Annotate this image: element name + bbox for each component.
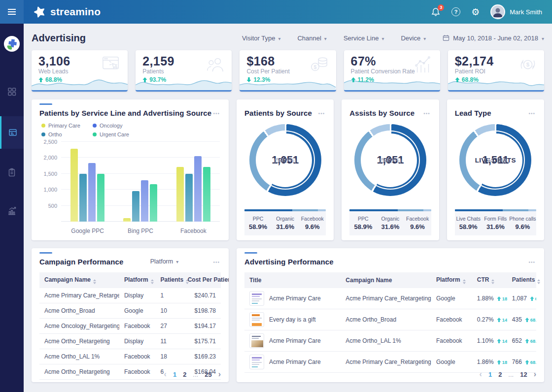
arrow-up-icon [497, 296, 501, 301]
filter-device[interactable]: Device [401, 34, 426, 42]
chevron-down-icon [423, 34, 426, 42]
table-row[interactable]: Every day is a gift Acme Ortho_Broad Fac… [244, 309, 536, 330]
platform-filter-label: Platform [150, 258, 173, 265]
bar-urgent-care [203, 167, 210, 222]
column-header-platform[interactable]: Platform [119, 272, 156, 288]
pagination-page-1[interactable]: 1 [173, 371, 176, 378]
donut-card-lead-type: Lead Type LIVE CHATS 1,511 (34.1%) Live … [447, 99, 544, 240]
pagination-page-25[interactable]: 25 [205, 371, 211, 378]
pagination-page-ellipsis[interactable]: ... [193, 371, 198, 378]
avatar [490, 4, 505, 19]
ad-thumbnail [249, 291, 264, 306]
column-header-campaign-name[interactable]: Campaign Name [39, 272, 119, 288]
table-row[interactable]: Acme Ortho_BroadGoogle10$198.78 [39, 303, 221, 319]
pagination-page-2[interactable]: 2 [183, 371, 186, 378]
filter-label: Visitor Type [242, 34, 275, 42]
kpi-value: 2,159 [142, 55, 225, 67]
table-cell: $169.23 [183, 349, 221, 364]
legend-item-primary-care[interactable]: Primary Care [41, 123, 93, 129]
column-header-platform[interactable]: Platform [431, 272, 472, 288]
platform-cell: Facebook [431, 309, 472, 330]
pagination-prev[interactable] [164, 370, 167, 379]
legend-dot [93, 132, 97, 136]
column-header-title: Title [244, 272, 341, 288]
arrow-up-icon [142, 77, 147, 82]
pagination-page-12[interactable]: 12 [520, 371, 527, 378]
table-cell: Facebook [119, 349, 156, 364]
table-row[interactable]: Acme Ortho_RetargetingDisplay11$175.71 [39, 334, 221, 349]
bar-primary-care [70, 149, 78, 222]
sidebar-item-analytics[interactable] [0, 199, 24, 223]
brand-name: streamino [50, 6, 101, 18]
sidebar-item-advertising[interactable] [0, 116, 24, 149]
legend-item-ortho[interactable]: Ortho [41, 131, 93, 137]
sort-icon [537, 279, 540, 284]
pagination-page-2[interactable]: 2 [498, 371, 502, 378]
report-screen-icon [8, 128, 18, 137]
ctr-cell: 1.88%18.8% [472, 288, 507, 309]
date-range-picker[interactable]: May 10, 2018 - June 02, 2018 [443, 34, 544, 42]
page-content: Advertising Visitor TypeChannelService L… [24, 24, 552, 392]
arrow-up-icon [455, 77, 460, 82]
pagination-page-ellipsis[interactable]: ... [508, 371, 514, 378]
grid-icon [7, 87, 17, 97]
campaign-name-cell: Acme Ortho_Broad [341, 309, 431, 330]
filter-visitor-type[interactable]: Visitor Type [242, 34, 280, 42]
legend-item-urgent-care[interactable]: Urgent Care [93, 131, 221, 137]
more-menu-icon[interactable] [212, 107, 221, 118]
column-header-patients[interactable]: Patients [507, 272, 536, 288]
table-row[interactable]: Acme Oncology_RetargetingFacebook27$194.… [39, 319, 221, 334]
table-row[interactable]: Acme Primary Care Acme Ortho_LAL 1% Face… [244, 330, 536, 352]
brand-logo[interactable]: streamino [34, 6, 101, 18]
sidebar-item-dashboard[interactable] [0, 80, 24, 103]
table-row[interactable]: Acme Ortho_LAL 1%Facebook18$169.23 [39, 349, 221, 364]
hamburger-menu-button[interactable] [0, 0, 24, 24]
filter-channel[interactable]: Channel [297, 34, 326, 42]
ad-thumbnail [249, 355, 264, 369]
arrow-up-icon [530, 296, 534, 301]
help-button[interactable] [451, 7, 460, 16]
patients-cell: 65268.8% [507, 330, 536, 352]
pagination-next[interactable] [534, 370, 536, 379]
platform-filter-dropdown[interactable]: Platform [150, 258, 179, 265]
more-menu-icon[interactable] [212, 256, 221, 267]
donut-chart: PPC 1,051 (58.9%) [354, 124, 426, 196]
bar-ortho [185, 174, 193, 222]
legend-item-oncology[interactable]: Oncology [93, 123, 221, 129]
user-menu[interactable]: Mark Smith [490, 4, 542, 19]
notifications-button[interactable]: 3 [431, 7, 441, 17]
ad-thumbnail [249, 333, 264, 348]
table-row[interactable]: Acme Primary Care Acme Primary Care_Reta… [244, 288, 536, 309]
column-header-ctr[interactable]: CTR [472, 272, 507, 288]
filter-service-line[interactable]: Service Line [344, 34, 384, 42]
more-menu-icon[interactable] [527, 256, 536, 267]
arrow-up-icon [497, 339, 501, 343]
ad-title: Acme Primary Care [269, 337, 321, 344]
card-title: Patients by Source [244, 109, 312, 117]
column-header-patients[interactable]: Patients [156, 272, 183, 288]
bar-ortho [79, 174, 87, 222]
column-header-cost-per-patient[interactable]: Cost Per Patient [183, 272, 221, 288]
sort-icon [151, 279, 154, 284]
sidebar-item-reports[interactable] [0, 161, 24, 184]
pagination-next[interactable] [218, 370, 221, 379]
pagination-page-1[interactable]: 1 [488, 371, 492, 378]
more-menu-icon[interactable] [527, 107, 536, 118]
gear-icon[interactable] [471, 6, 480, 18]
bar-urgent-care [97, 174, 104, 222]
table-cell: Display [119, 288, 156, 303]
legend-item-ppc: PPC58.9% [244, 216, 272, 230]
kpi-card-patients: 2,159 Patients 93.7% [136, 50, 232, 92]
pagination-prev[interactable] [480, 370, 482, 379]
bar-primary-care [123, 218, 131, 222]
more-menu-icon[interactable] [422, 107, 431, 118]
more-menu-icon[interactable] [317, 107, 326, 118]
legend-item-form-fills: Form Fills31.6% [482, 216, 509, 230]
table-row[interactable]: Acme Primary Care_RetargetingDisplay1$24… [39, 288, 221, 303]
donut-center: PPC 1,051 (58.9%) [363, 133, 417, 187]
kpi-card-patient-conversion-rate: 67% Patient Conversion Rate 11.2% [344, 50, 440, 92]
ctr-cell: 1.10%14.9% [472, 330, 507, 352]
clinic-logo[interactable] [3, 35, 20, 52]
kpi-label: Patient Conversion Rate [351, 68, 433, 75]
card-title: Lead Type [455, 109, 491, 117]
